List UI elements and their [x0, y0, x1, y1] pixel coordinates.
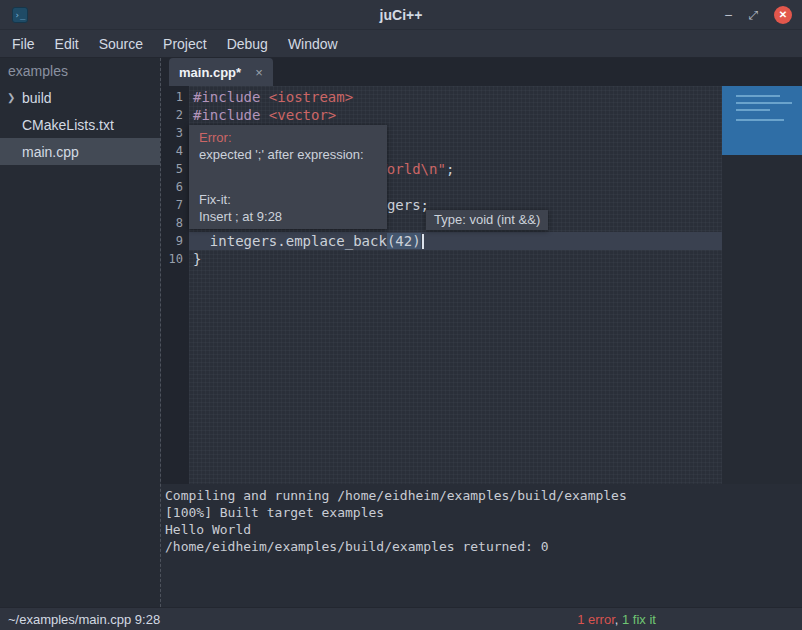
- gutter: 12345678910: [161, 86, 189, 484]
- diagnostics-separator: ,: [615, 612, 622, 627]
- document-overview[interactable]: [722, 86, 802, 155]
- code-line-9[interactable]: integers.emplace_back(42): [189, 232, 722, 250]
- restore-button[interactable]: ⤢: [748, 7, 758, 23]
- code-segment: 42: [395, 233, 412, 249]
- close-icon: ✕: [779, 7, 787, 23]
- body-area: examples ❯buildCMakeLists.txtmain.cpp ma…: [0, 58, 802, 607]
- error-tooltip-title: Error:: [199, 129, 377, 146]
- tree-item-label: build: [22, 90, 52, 106]
- line-number: 3: [161, 124, 189, 142]
- code-line-2[interactable]: #include <vector>: [189, 106, 722, 124]
- code-segment: ;: [446, 161, 454, 177]
- type-tooltip: Type: void (int &&): [426, 210, 548, 230]
- output-line: Hello World: [165, 521, 802, 538]
- statusbar: ~/examples/main.cpp 9:28 1 error, 1 fix …: [0, 607, 802, 630]
- fixit-tooltip-title: Fix-it:: [199, 191, 377, 208]
- line-number: 7: [161, 196, 189, 214]
- line-number: 9: [161, 232, 189, 250]
- error-tooltip: Error: expected ';' after expression: Fi…: [189, 125, 387, 229]
- error-tooltip-message: expected ';' after expression:: [199, 146, 377, 163]
- overview-code-line: [736, 95, 780, 97]
- close-button[interactable]: ✕: [774, 6, 792, 24]
- error-tooltip-spacer: [199, 163, 377, 191]
- cursor-location: ~/examples/main.cpp 9:28: [8, 612, 160, 627]
- overview-code-line: [736, 119, 784, 121]
- menu-file[interactable]: File: [2, 32, 45, 56]
- tree-item-build[interactable]: ❯build: [0, 84, 160, 111]
- fixit-tooltip-message: Insert ; at 9:28: [199, 208, 377, 225]
- code-segment: ): [412, 233, 420, 249]
- line-number: 6: [161, 178, 189, 196]
- tabbar: main.cpp* ×: [161, 58, 802, 86]
- tree-item-cmakelists-txt[interactable]: CMakeLists.txt: [0, 111, 160, 138]
- titlebar: ›_ juCi++ − ⤢ ✕: [0, 0, 802, 30]
- code-segment: }: [193, 251, 201, 267]
- line-number: 8: [161, 214, 189, 232]
- line-number: 4: [161, 142, 189, 160]
- sidebar: examples ❯buildCMakeLists.txtmain.cpp: [0, 58, 160, 607]
- menu-source[interactable]: Source: [89, 32, 153, 56]
- diagnostics-summary: 1 error, 1 fix it: [577, 612, 656, 627]
- overview-column: [722, 86, 802, 484]
- line-number: 2: [161, 106, 189, 124]
- overview-code-line: [736, 102, 792, 104]
- project-root[interactable]: examples: [0, 58, 160, 84]
- main-column: main.cpp* × 12345678910 #include <iostre…: [161, 58, 802, 607]
- file-tree: ❯buildCMakeLists.txtmain.cpp: [0, 84, 160, 165]
- code-segment: #include: [193, 89, 269, 105]
- app-icon: ›_: [12, 7, 28, 23]
- code-segment: <iostream>: [269, 89, 353, 105]
- code-segment: integers.emplace_back: [193, 233, 387, 249]
- tree-item-label: main.cpp: [22, 144, 79, 160]
- code-segment: <vector>: [269, 107, 336, 123]
- minimize-button[interactable]: −: [724, 7, 732, 23]
- menu-window[interactable]: Window: [278, 32, 348, 56]
- tab-label: main.cpp*: [179, 65, 241, 80]
- juci-window: ›_ juCi++ − ⤢ ✕ FileEditSourceProjectDeb…: [0, 0, 802, 630]
- output-line: /home/eidheim/examples/build/examples re…: [165, 538, 802, 555]
- window-controls: − ⤢ ✕: [724, 0, 792, 30]
- error-count: 1 error: [577, 612, 615, 627]
- tab-close-icon[interactable]: ×: [255, 65, 263, 80]
- fixit-count: 1 fix it: [622, 612, 656, 627]
- menu-project[interactable]: Project: [153, 32, 217, 56]
- code-line-10[interactable]: }: [189, 250, 722, 268]
- overview-code-line: [736, 109, 770, 111]
- tree-item-label: CMakeLists.txt: [22, 117, 114, 133]
- code-line-1[interactable]: #include <iostream>: [189, 88, 722, 106]
- tab-main-cpp[interactable]: main.cpp* ×: [169, 58, 273, 86]
- window-title: juCi++: [0, 7, 802, 23]
- editor: 12345678910 #include <iostream>#include …: [161, 86, 802, 484]
- menubar-items: FileEditSourceProjectDebugWindow: [0, 30, 802, 58]
- line-number: 10: [161, 250, 189, 268]
- menu-debug[interactable]: Debug: [217, 32, 278, 56]
- code-segment: #include: [193, 107, 269, 123]
- line-number: 5: [161, 160, 189, 178]
- text-caret: [422, 234, 424, 249]
- tree-item-main-cpp[interactable]: main.cpp: [0, 138, 160, 165]
- output-panel[interactable]: Compiling and running /home/eidheim/exam…: [161, 484, 802, 607]
- output-line: [100%] Built target examples: [165, 504, 802, 521]
- output-line: Compiling and running /home/eidheim/exam…: [165, 487, 802, 504]
- line-number: 1: [161, 88, 189, 106]
- chevron-right-icon[interactable]: ❯: [7, 92, 22, 103]
- menu-edit[interactable]: Edit: [45, 32, 89, 56]
